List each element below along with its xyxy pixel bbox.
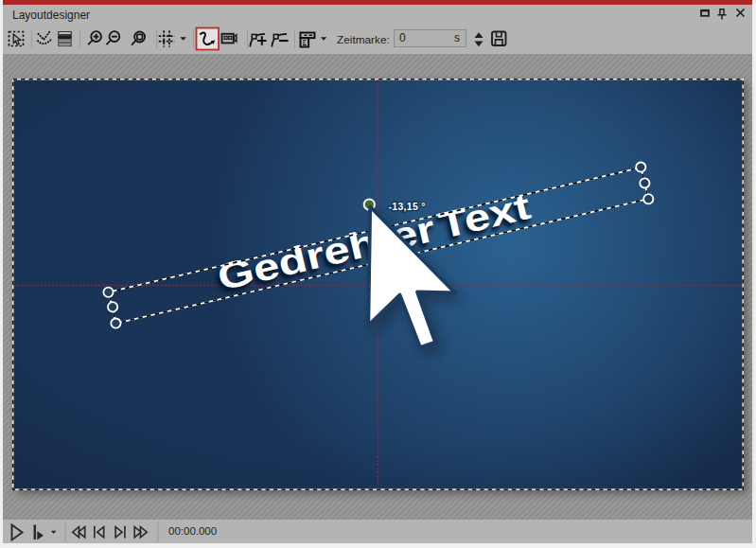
svg-text:-13,15 °: -13,15 ° (389, 201, 426, 212)
